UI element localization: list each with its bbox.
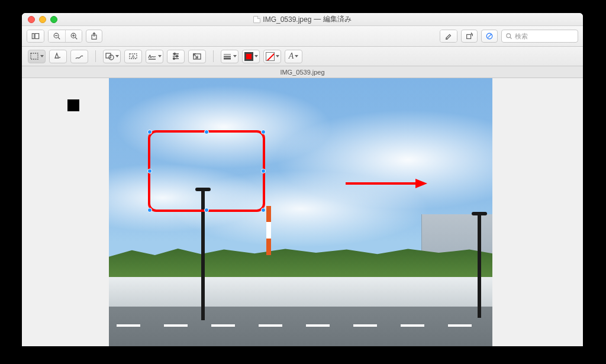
chevron-down-icon [40,55,44,57]
main-toolbar: 検索 [22,26,583,47]
view-options-button[interactable] [27,30,44,42]
annotation-square[interactable] [67,99,79,111]
zoom-in-button[interactable] [65,30,82,42]
chevron-down-icon [233,55,237,57]
svg-rect-17 [31,53,38,59]
photo-streetlamp [478,214,481,318]
search-icon [505,33,512,40]
annotation-arrow[interactable] [346,178,428,189]
svg-marker-36 [415,179,427,188]
svg-point-27 [174,53,176,55]
search-field[interactable]: 検索 [501,30,578,43]
window-title-suffix: — 編集済み [314,14,351,24]
instant-alpha-button[interactable] [49,50,67,63]
chevron-down-icon [115,55,119,57]
annotation-rectangle-selected[interactable] [148,130,265,212]
fill-color-button[interactable] [263,50,281,63]
markup-toggle-button[interactable] [481,30,498,43]
photo-platform [109,277,492,307]
svg-line-16 [510,37,512,39]
svg-line-3 [58,37,60,39]
window-title-filename: IMG_0539.jpeg [263,15,311,24]
svg-point-20 [109,55,114,60]
resize-handle-w[interactable] [147,169,152,173]
adjust-color-button[interactable] [167,50,185,63]
titlebar: IMG_0539.jpeg — 編集済み [22,13,583,26]
svg-rect-12 [467,34,471,38]
chevron-down-icon [254,55,258,57]
tab-bar: IMG_0539.jpeg [22,66,583,78]
resize-handle-nw[interactable] [147,130,152,134]
svg-point-29 [173,58,175,60]
resize-handle-ne[interactable] [261,130,266,134]
document-proxy-icon[interactable] [253,16,260,23]
svg-point-14 [491,34,492,36]
svg-point-18 [59,57,60,58]
chevron-down-icon [295,55,298,57]
zoom-out-button[interactable] [49,30,65,42]
minimize-window-button[interactable] [39,16,46,23]
chevron-down-icon [158,55,162,57]
photo-tower [266,206,271,255]
selection-tool-button[interactable] [28,50,46,63]
resize-handle-n[interactable] [204,130,209,134]
shapes-button[interactable] [103,50,121,63]
resize-handle-s[interactable] [204,208,209,212]
separator [95,50,96,62]
resize-handle-se[interactable] [261,208,266,212]
separator [213,50,214,62]
highlight-button[interactable] [440,30,457,42]
markup-toolbar: A A [22,47,583,66]
rotate-button[interactable] [461,30,478,43]
text-style-icon: A [289,51,294,61]
svg-line-31 [194,54,198,58]
image[interactable] [109,78,492,346]
svg-rect-0 [32,34,34,39]
sketch-tool-button[interactable] [70,50,88,63]
highlight-segment [440,30,457,43]
svg-text:A: A [131,54,135,59]
svg-line-6 [75,37,77,39]
window-title: IMG_0539.jpeg — 編集済み [22,14,583,24]
sign-button[interactable] [146,50,163,63]
canvas-area[interactable] [22,78,583,346]
resize-handle-sw[interactable] [147,208,152,212]
photo-road [109,307,492,346]
traffic-lights [22,16,57,23]
border-color-button[interactable] [242,50,260,63]
border-color-swatch [244,52,253,61]
adjust-size-button[interactable] [188,50,206,63]
zoom-segment [48,30,82,43]
sidebar-view-segment [27,30,44,43]
text-tool-button[interactable]: A [124,50,142,63]
search-placeholder: 検索 [515,32,528,41]
text-style-button[interactable]: A [285,50,302,63]
share-button[interactable] [86,30,102,43]
close-window-button[interactable] [28,16,35,23]
svg-point-15 [507,34,511,38]
svg-point-28 [176,56,178,57]
chevron-down-icon [276,55,279,57]
zoom-window-button[interactable] [50,16,57,23]
no-fill-swatch [266,52,275,61]
svg-rect-1 [35,34,39,39]
tab-filename[interactable]: IMG_0539.jpeg [280,69,324,76]
resize-handle-e[interactable] [261,169,266,173]
preview-window: IMG_0539.jpeg — 編集済み [22,13,583,346]
shape-style-button[interactable] [221,50,238,63]
